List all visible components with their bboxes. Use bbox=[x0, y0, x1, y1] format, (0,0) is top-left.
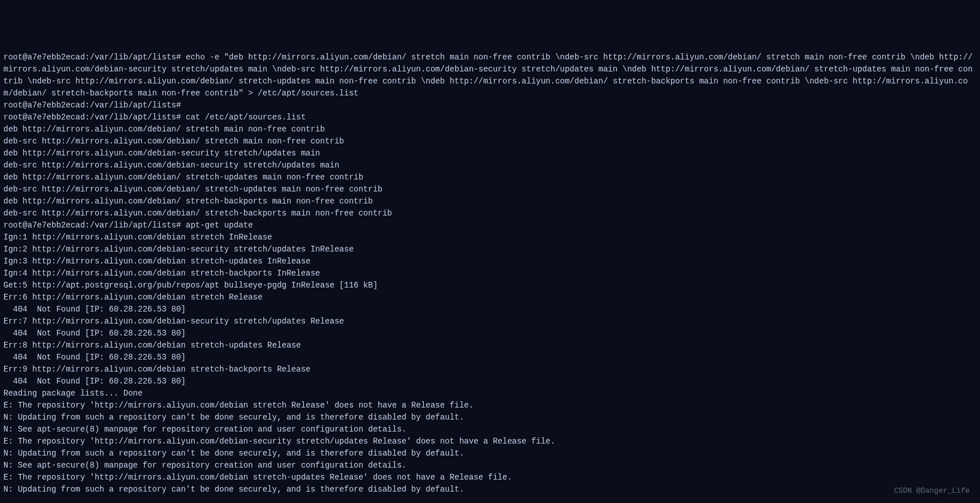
terminal-line: root@a7e7ebb2ecad:/var/lib/apt/lists# ca… bbox=[3, 111, 977, 123]
terminal-line: root@a7e7ebb2ecad:/var/lib/apt/lists# ec… bbox=[3, 51, 977, 99]
terminal-line: E: The repository 'http://mirrors.aliyun… bbox=[3, 436, 977, 448]
terminal-line: deb-src http://mirrors.aliyun.com/debian… bbox=[3, 135, 977, 147]
terminal-line: Err:9 http://mirrors.aliyun.com/debian s… bbox=[3, 364, 977, 376]
terminal-line: N: Updating from such a repository can't… bbox=[3, 412, 977, 424]
terminal-line: 404 Not Found [IP: 60.28.226.53 80] bbox=[3, 304, 977, 316]
terminal-line: Ign:1 http://mirrors.aliyun.com/debian s… bbox=[3, 231, 977, 243]
terminal-line: Ign:4 http://mirrors.aliyun.com/debian s… bbox=[3, 268, 977, 280]
terminal-line: root@a7e7ebb2ecad:/var/lib/apt/lists# ap… bbox=[3, 219, 977, 231]
terminal-line: N: Updating from such a repository can't… bbox=[3, 484, 977, 496]
terminal-line: Err:7 http://mirrors.aliyun.com/debian-s… bbox=[3, 316, 977, 328]
terminal-line: 404 Not Found [IP: 60.28.226.53 80] bbox=[3, 376, 977, 388]
terminal-line: E: The repository 'http://mirrors.aliyun… bbox=[3, 472, 977, 484]
terminal-output[interactable]: root@a7e7ebb2ecad:/var/lib/apt/lists# ec… bbox=[3, 51, 977, 496]
terminal-line: Get:5 http://apt.postgresql.org/pub/repo… bbox=[3, 280, 977, 292]
terminal-line: Err:8 http://mirrors.aliyun.com/debian s… bbox=[3, 340, 977, 352]
terminal-line: Reading package lists... Done bbox=[3, 388, 977, 400]
watermark: CSDN @Danger_Life bbox=[894, 485, 970, 497]
terminal-line: N: Updating from such a repository can't… bbox=[3, 448, 977, 460]
terminal-line: deb-src http://mirrors.aliyun.com/debian… bbox=[3, 159, 977, 171]
terminal-line: N: See apt-secure(8) manpage for reposit… bbox=[3, 424, 977, 436]
terminal-line: deb-src http://mirrors.aliyun.com/debian… bbox=[3, 183, 977, 195]
terminal-line: 404 Not Found [IP: 60.28.226.53 80] bbox=[3, 328, 977, 340]
terminal-line: Ign:2 http://mirrors.aliyun.com/debian-s… bbox=[3, 243, 977, 256]
terminal-line: deb http://mirrors.aliyun.com/debian/ st… bbox=[3, 123, 977, 135]
terminal-line: deb http://mirrors.aliyun.com/debian-sec… bbox=[3, 147, 977, 159]
terminal-line: deb http://mirrors.aliyun.com/debian/ st… bbox=[3, 171, 977, 183]
terminal-line: deb http://mirrors.aliyun.com/debian/ st… bbox=[3, 195, 977, 207]
terminal-line: root@a7e7ebb2ecad:/var/lib/apt/lists# bbox=[3, 99, 977, 111]
terminal-line: Err:6 http://mirrors.aliyun.com/debian s… bbox=[3, 292, 977, 304]
terminal-line: N: See apt-secure(8) manpage for reposit… bbox=[3, 460, 977, 472]
terminal-line: Ign:3 http://mirrors.aliyun.com/debian s… bbox=[3, 256, 977, 268]
terminal-line: deb-src http://mirrors.aliyun.com/debian… bbox=[3, 207, 977, 219]
terminal-line: E: The repository 'http://mirrors.aliyun… bbox=[3, 400, 977, 412]
terminal-line: 404 Not Found [IP: 60.28.226.53 80] bbox=[3, 352, 977, 364]
